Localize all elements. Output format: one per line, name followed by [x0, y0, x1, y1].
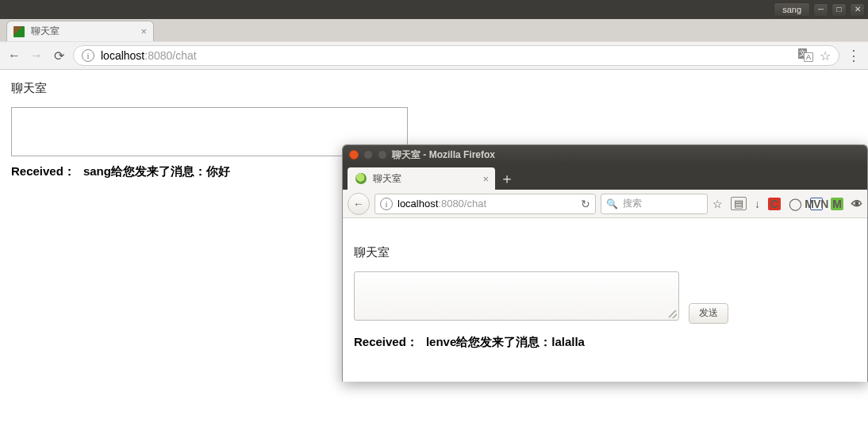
message-input[interactable] — [354, 271, 679, 321]
received-text: sang给您发来了消息：你好 — [83, 164, 230, 179]
translate-icon[interactable] — [799, 50, 812, 61]
firefox-titlebar[interactable]: 聊天室 - Mozilla Firefox — [343, 145, 867, 164]
url-host: localhost — [398, 198, 438, 209]
url-host: localhost — [101, 49, 144, 62]
url-text: localhost:8080/chat — [398, 198, 486, 209]
back-icon[interactable]: ← — [348, 193, 370, 215]
send-button-label: 发送 — [699, 307, 718, 318]
menubar-user-name: sang — [782, 5, 801, 14]
favicon-icon — [13, 26, 25, 37]
firefox-toolbar: ← i localhost:8080/chat ↻ 🔍 搜索 ☆ ▤ ↓ C ◯… — [343, 190, 867, 218]
forward-icon[interactable]: → — [29, 48, 44, 63]
chrome-tab-title: 聊天室 — [31, 25, 60, 38]
bookmark-mvn-icon[interactable]: MVN — [810, 198, 823, 210]
site-info-icon[interactable]: i — [380, 198, 393, 210]
downloads-icon[interactable]: ↓ — [755, 198, 760, 210]
address-bar[interactable]: i localhost:8080/chat ☆ — [73, 45, 839, 66]
search-icon: 🔍 — [606, 198, 618, 209]
address-bar[interactable]: i localhost:8080/chat ↻ — [374, 194, 596, 214]
chrome-toolbar: ← → ⟳ i localhost:8080/chat ☆ ⋮ — [0, 41, 868, 70]
window-title: 聊天室 - Mozilla Firefox — [392, 148, 495, 162]
weibo-icon[interactable]: 👁 — [851, 198, 862, 210]
chrome-tabstrip: 聊天室 × — [0, 19, 868, 41]
url-path: :8080/chat — [144, 49, 196, 62]
github-icon[interactable]: ◯ — [789, 197, 802, 211]
back-icon[interactable]: ← — [6, 48, 22, 63]
window-close-button[interactable]: ✕ — [850, 3, 865, 17]
window-maximize-button[interactable]: □ — [832, 3, 847, 17]
firefox-window: 聊天室 - Mozilla Firefox 聊天室 × ＋ ← i localh… — [342, 144, 868, 382]
firefox-tab-title: 聊天室 — [373, 172, 401, 186]
close-icon[interactable]: × — [140, 25, 147, 37]
window-close-button[interactable] — [349, 150, 359, 160]
firefox-page-content: 聊天室 发送 Received： lenve给您发来了消息：lalalla — [343, 218, 867, 382]
reload-icon[interactable]: ↻ — [581, 198, 590, 210]
close-icon[interactable]: × — [482, 173, 489, 185]
chrome-tab[interactable]: 聊天室 × — [6, 21, 154, 41]
site-info-icon[interactable]: i — [82, 49, 94, 62]
bookmark-m-icon[interactable]: M — [831, 198, 843, 210]
received-text: lenve给您发来了消息：lalalla — [426, 335, 585, 350]
window-minimize-button[interactable]: ─ — [813, 3, 828, 17]
reload-icon[interactable]: ⟳ — [51, 48, 67, 63]
menubar-user-chip[interactable]: sang — [774, 2, 810, 17]
search-placeholder: 搜索 — [623, 197, 642, 210]
bookmark-star-icon[interactable]: ☆ — [712, 198, 723, 210]
url-path: :8080/chat — [438, 198, 486, 209]
received-label: Received： — [11, 164, 75, 179]
bookmark-star-icon[interactable]: ☆ — [820, 48, 831, 63]
url-text: localhost:8080/chat — [101, 49, 197, 62]
desktop-menubar: sang ─ □ ✕ — [0, 0, 868, 19]
bookmark-c-icon[interactable]: C — [768, 198, 781, 210]
window-minimize-button[interactable] — [363, 150, 373, 160]
received-label: Received： — [354, 335, 418, 350]
send-button[interactable]: 发送 — [689, 303, 728, 324]
chrome-menu-icon[interactable]: ⋮ — [846, 47, 862, 64]
search-bar[interactable]: 🔍 搜索 — [601, 194, 708, 214]
favicon-icon — [355, 173, 367, 184]
received-message-row: Received： lenve给您发来了消息：lalalla — [354, 335, 856, 350]
page-title: 聊天室 — [354, 245, 856, 260]
page-title: 聊天室 — [11, 81, 857, 96]
toolbar-icon-group: ☆ ▤ ↓ C ◯ MVN M 👁 — [712, 197, 862, 211]
window-maximize-button[interactable] — [378, 150, 387, 160]
firefox-tabstrip: 聊天室 × ＋ — [343, 164, 867, 190]
library-icon[interactable]: ▤ — [731, 197, 747, 210]
firefox-tab[interactable]: 聊天室 × — [348, 167, 495, 190]
compose-row: 发送 — [354, 271, 856, 324]
new-tab-button[interactable]: ＋ — [495, 167, 519, 190]
